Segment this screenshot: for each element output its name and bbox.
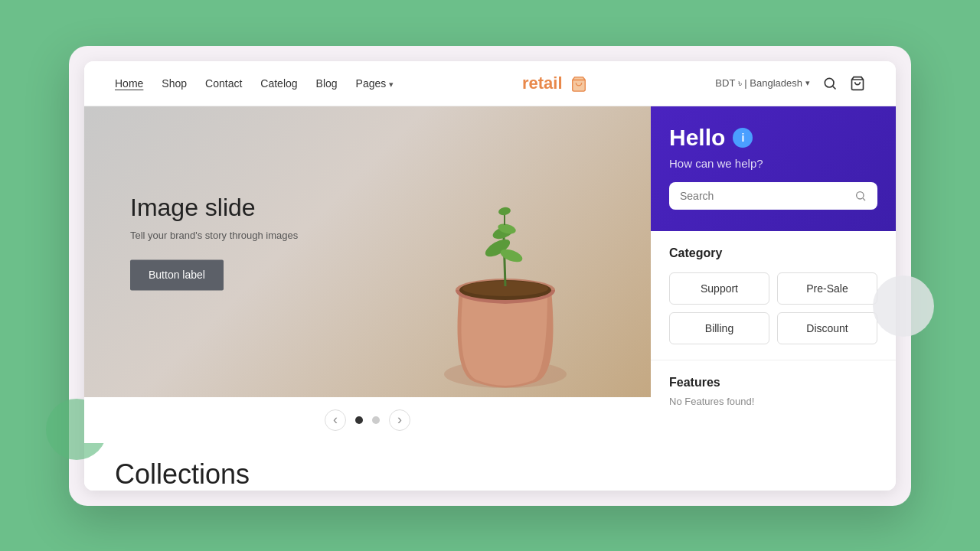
hello-text: Hello xyxy=(669,125,725,151)
category-section: Category Support Pre-Sale Billing Discou… xyxy=(651,231,896,360)
nav-links: Home Shop Contact Catelog Blog Pages ▾ xyxy=(115,77,394,90)
nav-link-home[interactable]: Home xyxy=(115,77,143,90)
features-empty-message: No Features found! xyxy=(669,396,877,407)
category-discount[interactable]: Discount xyxy=(777,312,877,344)
hero-subtitle: Tell your brand's story through images xyxy=(130,230,298,241)
cart-icon xyxy=(850,76,865,91)
browser-window: Home Shop Contact Catelog Blog Pages ▾ r… xyxy=(84,61,896,491)
decorative-blob-right xyxy=(873,276,934,337)
hero-button[interactable]: Button label xyxy=(130,259,224,290)
hero-image: Image slide Tell your brand's story thro… xyxy=(84,106,651,397)
hello-row: Hello i xyxy=(669,125,877,151)
plant-pot-svg xyxy=(421,137,590,397)
nav-link-contact[interactable]: Contact xyxy=(205,77,242,90)
carousel-prev-button[interactable]: ‹ xyxy=(325,409,346,431)
help-search-button[interactable] xyxy=(854,190,867,202)
info-icon: i xyxy=(733,128,753,148)
svg-point-1 xyxy=(825,78,834,87)
category-grid: Support Pre-Sale Billing Discount xyxy=(669,272,877,344)
hero-plant-illustration xyxy=(421,137,590,397)
cart-button[interactable] xyxy=(850,76,865,91)
search-button[interactable] xyxy=(822,76,838,91)
carousel-dot-1[interactable] xyxy=(355,416,363,424)
carousel-controls: ‹ › xyxy=(84,397,651,443)
currency-selector[interactable]: BDT ৳ | Bangladesh ▾ xyxy=(715,77,810,90)
carousel-dot-2[interactable] xyxy=(372,416,380,424)
navigation: Home Shop Contact Catelog Blog Pages ▾ r… xyxy=(84,61,896,106)
help-widget-header: Hello i How can we help? xyxy=(651,106,896,231)
svg-point-14 xyxy=(857,191,864,198)
help-subtitle: How can we help? xyxy=(669,157,877,170)
nav-link-blog[interactable]: Blog xyxy=(316,77,338,90)
hero-section: Image slide Tell your brand's story thro… xyxy=(84,106,651,443)
carousel-next-button[interactable]: › xyxy=(389,409,410,431)
currency-dropdown-arrow: ▾ xyxy=(805,78,810,88)
category-presale[interactable]: Pre-Sale xyxy=(777,272,877,305)
svg-line-2 xyxy=(833,86,836,89)
search-icon xyxy=(822,76,838,91)
help-widget: Hello i How can we help? xyxy=(651,106,896,491)
main-content: Image slide Tell your brand's story thro… xyxy=(84,106,896,491)
svg-line-15 xyxy=(863,198,865,201)
help-search-input[interactable] xyxy=(680,190,848,202)
help-search-box xyxy=(669,182,877,210)
hero-text-block: Image slide Tell your brand's story thro… xyxy=(130,194,298,290)
nav-link-shop[interactable]: Shop xyxy=(162,77,187,90)
collections-section: Collections xyxy=(84,443,651,491)
nav-link-pages[interactable]: Pages ▾ xyxy=(356,77,394,90)
device-frame: Home Shop Contact Catelog Blog Pages ▾ r… xyxy=(69,46,911,506)
nav-link-catelog[interactable]: Catelog xyxy=(260,77,297,90)
features-title: Features xyxy=(669,376,877,390)
features-section: Features No Features found! xyxy=(651,360,896,422)
site-logo: retail xyxy=(394,73,715,93)
category-support[interactable]: Support xyxy=(669,272,769,305)
nav-right-actions: BDT ৳ | Bangladesh ▾ xyxy=(715,76,865,91)
logo-bag-icon xyxy=(570,76,587,93)
hero-title: Image slide xyxy=(130,194,298,222)
svg-point-13 xyxy=(498,206,511,216)
category-title: Category xyxy=(669,246,877,260)
help-search-icon xyxy=(854,190,867,202)
collections-title: Collections xyxy=(115,458,620,491)
category-billing[interactable]: Billing xyxy=(669,312,769,344)
left-content: Image slide Tell your brand's story thro… xyxy=(84,106,651,491)
